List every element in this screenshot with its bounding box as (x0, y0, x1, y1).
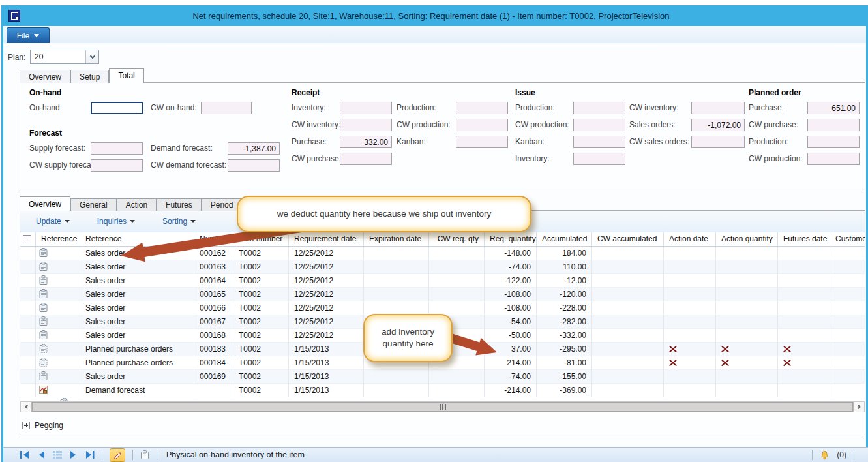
column-header-item-number[interactable]: Item number (233, 232, 289, 247)
column-header-cw-req-qty[interactable]: CW req. qty (429, 232, 485, 247)
field-input-cw-production[interactable] (807, 153, 860, 165)
cell-req-quantity: 214.00 (485, 356, 537, 370)
inquiries-menu-button[interactable]: Inquiries (97, 217, 135, 226)
cell-req-quantity: -122.00 (485, 274, 537, 288)
field-input-sales-orders[interactable]: -1,072.00 (691, 119, 745, 131)
tab-grid-overview[interactable]: Overview (20, 196, 70, 211)
field-input-kanban[interactable] (456, 136, 508, 148)
field-input-cw-production[interactable] (456, 119, 508, 131)
tab-action[interactable]: Action (117, 198, 157, 211)
field-input-purchase[interactable]: 651.00 (807, 102, 860, 114)
next-record-icon[interactable] (69, 451, 78, 459)
cell-reference-icon (36, 247, 80, 260)
field-input-cw-inventory[interactable] (340, 119, 392, 131)
cell-accumulated: -295.00 (537, 343, 592, 356)
cell-cw-accumulated (592, 260, 664, 274)
select-all-checkbox[interactable] (23, 235, 31, 243)
cell-number: 000183 (194, 343, 233, 356)
column-header-cw-accumulated[interactable]: CW accumulated (592, 232, 664, 247)
column-header-accumulated[interactable]: Accumulated (537, 232, 592, 247)
table-row[interactable]: Sales order000162T000212/25/2012-148.001… (20, 247, 865, 260)
file-menu-button[interactable]: File (7, 27, 50, 43)
column-header-customer[interactable]: Customer (830, 232, 865, 247)
column-header-requirement-date[interactable]: Requirement date (289, 232, 364, 247)
cell-select (20, 260, 36, 274)
field-input-cw-supply-forecast[interactable] (91, 159, 143, 172)
column-header-reference[interactable]: Reference (80, 232, 194, 247)
column-header-number[interactable]: Number (194, 232, 233, 247)
table-row[interactable]: Sales order000166T000212/25/2012-108.00-… (20, 301, 865, 315)
tab-general[interactable]: General (70, 198, 117, 211)
cell-reference: Planned purchase orders (80, 343, 194, 356)
column-header-expiration-date[interactable]: Expiration date (364, 232, 429, 247)
cell-reference-icon (36, 301, 80, 315)
previous-record-icon[interactable] (37, 451, 46, 459)
field-input-kanban[interactable] (573, 136, 625, 148)
cell-cw-accumulated (592, 356, 664, 370)
column-header-action-date[interactable]: Action date (664, 232, 716, 247)
cell-accumulated: -369.00 (537, 384, 592, 397)
field-input-cw-purchase[interactable] (340, 153, 392, 165)
expand-plus-icon[interactable] (22, 422, 30, 429)
table-row[interactable]: Demand forecastT00021/15/2013-214.00-369… (20, 384, 865, 397)
field-input-supply-forecast[interactable] (91, 142, 143, 155)
field-input-cw-sales-orders[interactable] (691, 136, 745, 148)
field-input-production[interactable] (807, 136, 860, 148)
first-record-icon[interactable] (20, 451, 30, 459)
cell-item-number: T0002 (233, 274, 289, 288)
callout-add-text: add inventory quantity here (368, 326, 447, 349)
field-input-demand-forecast[interactable]: -1,387.00 (228, 142, 280, 155)
update-menu-button[interactable]: Update (36, 217, 70, 226)
table-row[interactable]: Sales order000169T00021/15/2013-74.00-15… (20, 370, 865, 384)
field-input-inventory[interactable] (573, 153, 625, 165)
tab-total[interactable]: Total (109, 68, 143, 83)
alerts-bell-icon[interactable] (820, 450, 830, 460)
field-label-cw-production: CW production: (749, 154, 803, 163)
field-input-cw-purchase[interactable] (807, 119, 860, 131)
select-all-header[interactable] (20, 232, 36, 247)
field-input-production[interactable] (573, 102, 625, 114)
horizontal-scrollbar[interactable] (20, 401, 865, 412)
scroll-left-button[interactable] (21, 402, 32, 412)
sorting-menu-button[interactable]: Sorting (162, 217, 196, 226)
cell-requirement-date: 12/25/2012 (289, 315, 364, 329)
field-input-cw-on-hand[interactable] (201, 102, 252, 114)
field-input-production[interactable] (456, 102, 508, 114)
cell-expiration-date (364, 260, 429, 274)
cell-futures-date (778, 343, 830, 356)
scroll-right-button[interactable] (853, 402, 864, 412)
tab-futures[interactable]: Futures (157, 198, 202, 211)
field-input-inventory[interactable] (340, 102, 392, 114)
cell-cw-accumulated (592, 315, 664, 329)
clipboard-icon[interactable] (140, 450, 149, 460)
field-input-cw-inventory[interactable] (691, 102, 745, 114)
column-header-req-quantity[interactable]: Req. quantity (485, 232, 537, 247)
pegging-expander[interactable]: Pegging (22, 421, 63, 430)
scrollbar-thumb[interactable] (32, 402, 853, 412)
table-row[interactable]: Sales order000163T000212/25/2012-74.0011… (20, 260, 865, 274)
tab-overview[interactable]: Overview (20, 70, 70, 83)
cell-requirement-date: 12/25/2012 (289, 329, 364, 343)
field-input-cw-production[interactable] (573, 119, 625, 131)
group-title-forecast: Forecast (29, 129, 62, 138)
plan-dropdown-button[interactable] (85, 50, 98, 63)
column-header-reference-icon[interactable]: Reference (36, 232, 80, 247)
edit-mode-button[interactable] (110, 448, 125, 462)
cell-reference-icon (36, 370, 80, 384)
table-row[interactable]: Sales order000164T000212/25/2012-122.00-… (20, 274, 865, 288)
cell-number: 000162 (194, 247, 233, 260)
grid-view-icon[interactable] (53, 451, 62, 459)
statusbar-separator (157, 450, 157, 460)
field-input-purchase[interactable]: 332.00 (340, 136, 392, 148)
plan-combobox[interactable]: 20 (30, 50, 99, 64)
cell-requirement-date: 12/25/2012 (289, 274, 364, 288)
field-input-cw-demand-forecast[interactable] (228, 159, 280, 172)
column-header-futures-date[interactable]: Futures date (778, 232, 830, 247)
last-record-icon[interactable] (85, 451, 95, 459)
tab-setup[interactable]: Setup (70, 70, 109, 83)
title-bar: Net requirements, schedule 20, Site:1, W… (1, 5, 868, 26)
column-header-action-quantity[interactable]: Action quantity (716, 232, 778, 247)
table-row[interactable]: Sales order000165T000212/25/2012-108.00-… (20, 288, 865, 301)
cell-select (20, 315, 36, 329)
field-input-on-hand[interactable] (91, 102, 143, 114)
